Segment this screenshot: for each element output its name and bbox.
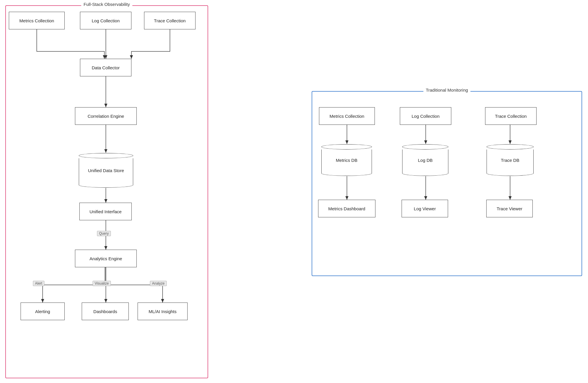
- trace-collection-box: Trace Collection: [144, 12, 196, 29]
- correlation-engine-box: Correlation Engine: [75, 107, 137, 125]
- alert-label: Alert: [33, 281, 44, 286]
- unified-data-store-cylinder: Unified Data Store: [79, 153, 133, 188]
- unified-interface-box: Unified Interface: [79, 203, 132, 220]
- metrics-dashboard-box: Metrics Dashboard: [318, 200, 375, 217]
- trace-db-cylinder: Trace DB: [487, 144, 534, 176]
- data-collector-box: Data Collector: [80, 59, 131, 76]
- dashboards-box: Dashboards: [82, 303, 129, 320]
- analyze-label: Analyze: [150, 281, 167, 286]
- trace-viewer-box: Trace Viewer: [486, 200, 533, 217]
- ml-insights-box: ML/AI Insights: [138, 303, 188, 320]
- metrics-db-cylinder: Metrics DB: [321, 144, 372, 176]
- trad-log-collection-box: Log Collection: [400, 107, 451, 125]
- traditional-title: Traditional Monitoring: [423, 88, 470, 93]
- analytics-engine-box: Analytics Engine: [75, 250, 137, 267]
- trad-metrics-collection-box: Metrics Collection: [319, 107, 375, 125]
- query-label: Query: [97, 231, 111, 236]
- log-collection-box: Log Collection: [80, 12, 131, 29]
- log-db-cylinder: Log DB: [402, 144, 448, 176]
- alerting-box: Alerting: [21, 303, 65, 320]
- metrics-collection-box: Metrics Collection: [9, 12, 65, 29]
- visualize-label: Visualize: [93, 281, 111, 286]
- trad-trace-collection-box: Trace Collection: [485, 107, 537, 125]
- full-stack-title: Full-Stack Observability: [81, 2, 132, 7]
- log-viewer-box: Log Viewer: [402, 200, 448, 217]
- diagram-container: Full-Stack Observability Traditional Mon…: [0, 0, 588, 383]
